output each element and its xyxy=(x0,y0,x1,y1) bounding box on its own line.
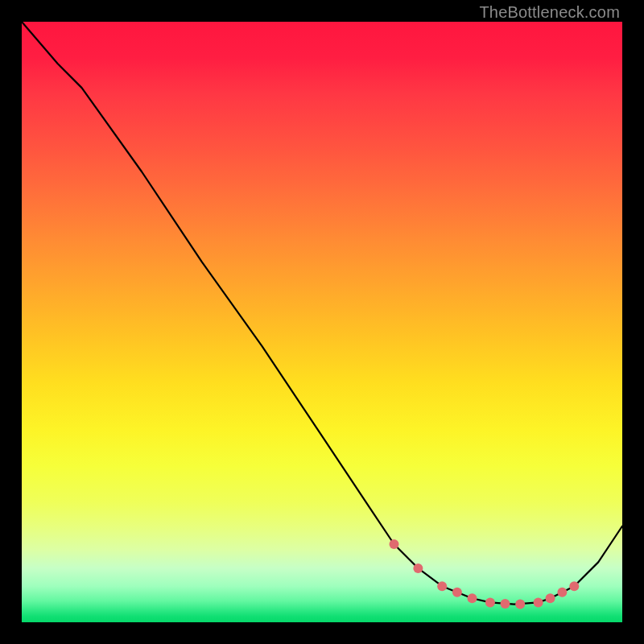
watermark-text: TheBottleneck.com xyxy=(479,3,620,22)
marker-point xyxy=(569,581,579,591)
marker-point xyxy=(557,588,567,597)
optimal-range-points xyxy=(390,539,580,609)
chart-svg xyxy=(22,22,622,622)
marker-point xyxy=(390,539,399,549)
marker-point xyxy=(452,588,462,597)
marker-point xyxy=(546,593,555,603)
marker-point xyxy=(413,564,423,573)
chart-stage: TheBottleneck.com xyxy=(0,0,644,644)
bottleneck-curve xyxy=(22,22,622,605)
marker-point xyxy=(485,597,495,607)
marker-point xyxy=(515,600,525,609)
marker-point xyxy=(468,593,477,603)
plot-area xyxy=(22,22,622,622)
marker-point xyxy=(501,599,510,609)
marker-point xyxy=(534,597,543,607)
marker-point xyxy=(437,581,447,591)
